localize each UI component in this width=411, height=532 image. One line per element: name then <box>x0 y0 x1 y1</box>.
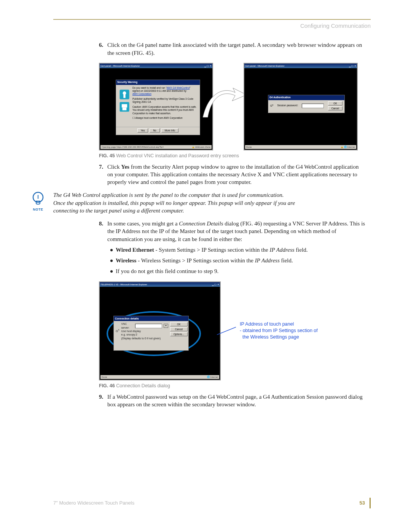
step-8-number: 8. <box>99 220 107 243</box>
session-password-input[interactable] <box>302 104 324 108</box>
sec-line2: Publisher authenticity verified by VeriS… <box>132 97 197 104</box>
step-8: 8. In some cases, you might get a Connec… <box>99 220 365 243</box>
s8-cd: Connection Details <box>179 220 223 227</box>
figure-45: Cert panel - Microsoft Internet Explorer… <box>99 63 365 159</box>
step-7-number: 7. <box>99 163 107 186</box>
status-left: Opening page https://192.192.192.99/G4We… <box>102 145 164 149</box>
window-controls-icon: ▁ ▢ ✕ <box>212 283 219 286</box>
window-controls-icon: ▁ ▢ ✕ <box>204 64 212 67</box>
bullet-wireless: ● Wireless - Wireless Settings > IP Sett… <box>107 257 365 264</box>
security-warning-title: Security Warning <box>116 80 200 85</box>
bullet-dot-icon: ● <box>107 267 116 275</box>
bullet-list: ● Wired Ethernet - System Settings > IP … <box>107 246 365 275</box>
lightbulb-icon <box>32 191 45 206</box>
fig46-caption: Connection Details dialog <box>115 383 170 388</box>
session-password-label: Session password: <box>277 104 298 107</box>
wired-b: Wired Ethernet <box>116 247 154 253</box>
page-footer: 7" Modero Widescreen Touch Panels 53 <box>53 498 371 508</box>
top-rule <box>53 19 371 20</box>
wl-r: - Wireless Settings > IP Settings sectio… <box>136 257 255 264</box>
annot-1: IP Address of touch panel <box>240 321 318 328</box>
bullet-wired: ● Wired Ethernet - System Settings > IP … <box>107 246 365 254</box>
g4-auth-dialog: G4 Authentication GA Session password: O… <box>268 95 345 113</box>
figure-46: TELEPAIDS-1 V2 - Microsoft Internet Expl… <box>99 281 365 389</box>
cancel-button[interactable]: Cancel <box>328 106 342 110</box>
footer-bar <box>370 498 371 508</box>
signed-content-link[interactable]: AMX G4 WebControl <box>167 86 190 89</box>
svg-rect-5 <box>123 107 127 110</box>
page-number: 53 <box>360 500 365 506</box>
options-button[interactable]: Options... <box>170 332 188 336</box>
note-text: The G4 Web Control application is sent b… <box>53 191 297 214</box>
status-done: Done <box>246 145 252 149</box>
step-6: 6. Click on the G4 panel name link assoc… <box>99 41 365 57</box>
s7-b: from the Security Alert popup window to … <box>107 164 358 185</box>
wired-r: - System Settings > IP Settings section … <box>154 247 270 253</box>
bullet-dot-icon: ● <box>107 257 116 264</box>
step-8-text: In some cases, you might get a Connectio… <box>107 220 365 243</box>
no-button[interactable]: No <box>150 128 159 133</box>
status-done2: Done <box>102 375 107 379</box>
svg-line-8 <box>217 327 236 335</box>
fig46-annotation: IP Address of touch panel - obtained fro… <box>240 321 318 340</box>
step-6-number: 6. <box>99 41 107 57</box>
s7-yes: Yes <box>121 164 129 170</box>
s7-a: Click <box>107 164 121 170</box>
hint2: e.g. snoopy:2 <box>121 333 168 336</box>
svg-point-1 <box>123 91 126 95</box>
zone-internet: Internet <box>347 146 355 148</box>
wl-t: field. <box>280 257 293 264</box>
note-label: NOTE <box>30 207 46 212</box>
step-9-text: If a WebControl password was setup on th… <box>107 393 365 409</box>
svg-rect-4 <box>122 104 127 107</box>
vnc-server-label: VNC server: <box>121 322 134 329</box>
sec-t1a: Do you want to install and run " <box>132 86 167 89</box>
window-controls-icon: ▁ ▢ ✕ <box>349 64 356 67</box>
noget-text: If you do not get this field continue to… <box>116 267 218 275</box>
sec-msg: Do you want to install and run "AMX G4 W… <box>132 86 197 93</box>
ie-title-left: Cert panel - Microsoft Internet Explorer <box>100 64 140 67</box>
annot-3: the Wireless Settings page <box>240 334 318 340</box>
connection-details-dialog: Connection details GA VNC server: ▼ Use … <box>113 316 189 351</box>
step-7-text: Click Yes from the Security Alert popup … <box>107 163 365 186</box>
ie-titlebar-right: Cert panel - Microsoft Internet Explorer… <box>244 64 357 68</box>
bullet-noget: ● If you do not get this field continue … <box>107 267 365 275</box>
ie-window-conn: TELEPAIDS-1 V2 - Microsoft Internet Expl… <box>99 281 221 380</box>
step-9: 9. If a WebControl password was setup on… <box>99 393 365 409</box>
zone-label: Unknown Zone <box>195 146 210 148</box>
ie-title-right: Cert panel - Microsoft Internet Explorer <box>245 64 284 67</box>
yes-button[interactable]: Yes <box>137 128 148 133</box>
publisher-link[interactable]: AMX Corporation <box>132 93 151 95</box>
wired-t: field. <box>295 247 308 253</box>
cancel-button[interactable]: Cancel <box>170 327 188 331</box>
step-6-text: Click on the G4 panel name link associat… <box>107 41 365 57</box>
security-warning-dialog: Security Warning <box>116 80 200 135</box>
chevron-down-icon[interactable]: ▼ <box>164 324 168 328</box>
arrow-icon <box>201 81 250 127</box>
conn-title: Connection details <box>114 316 188 321</box>
annot-2: - obtained from IP Settings section of <box>240 328 318 334</box>
hint1: Use host:display <box>121 329 168 333</box>
note-icon: NOTE <box>30 191 46 212</box>
wl-f: IP Address <box>255 257 280 264</box>
fig45-caption: Web Control VNC installation and Passwor… <box>115 153 239 158</box>
ok-button[interactable]: OK <box>328 101 342 105</box>
more-info-button[interactable]: More Info <box>161 128 178 133</box>
vnc-server-input[interactable] <box>135 324 162 328</box>
fig45-label: FIG. 45 <box>99 153 115 158</box>
svg-rect-2 <box>123 94 125 98</box>
zone-internet2: Internet <box>210 376 218 378</box>
footer-doc-title: 7" Modero Widescreen Touch Panels <box>53 500 134 506</box>
step-9-number: 9. <box>99 393 107 409</box>
g4-auth-title: G4 Authentication <box>268 95 344 100</box>
s8-a: In some cases, you might get a <box>107 220 179 227</box>
ok-button[interactable]: OK <box>170 322 188 326</box>
step-7: 7. Click Yes from the Security Alert pop… <box>99 163 365 186</box>
section-title: Configuring Communication <box>53 22 371 30</box>
ie-titlebar-left: Cert panel - Microsoft Internet Explorer… <box>100 64 212 68</box>
ie-window-right: Cert panel - Microsoft Internet Explorer… <box>244 63 358 150</box>
trust-checkbox-label[interactable]: Always trust content from AMX Corporatio… <box>135 117 182 119</box>
fig46-label: FIG. 46 <box>99 383 115 388</box>
hint3: (Display defaults to 0 if not given) <box>121 337 168 340</box>
sec-line3: Caution: AMX Corporation asserts that th… <box>132 105 197 115</box>
